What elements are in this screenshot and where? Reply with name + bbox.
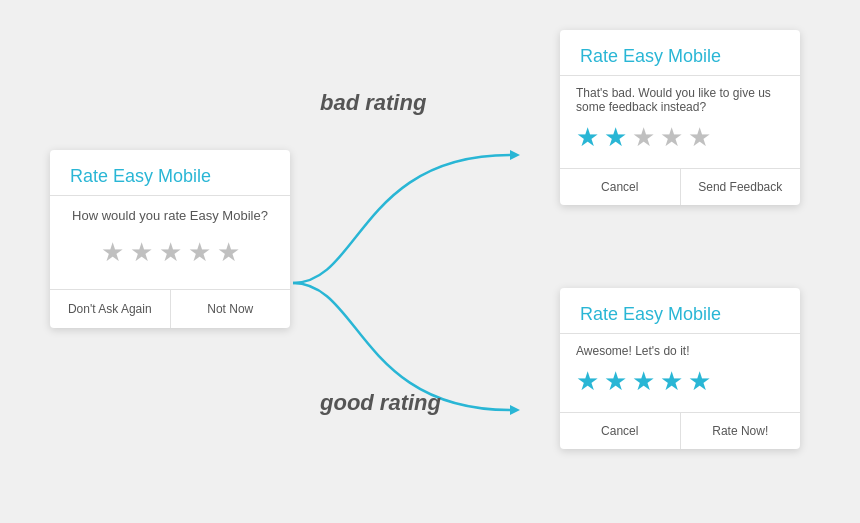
left-dialog-card: Rate Easy Mobile How would you rate Easy… [50,150,290,328]
left-card-buttons: Don't Ask Again Not Now [50,289,290,328]
main-container: bad rating good rating Rate Easy Mobile … [0,0,860,523]
good-star-1[interactable]: ★ [576,368,599,394]
left-card-question: How would you rate Easy Mobile? [50,204,290,233]
good-card-stars: ★ ★ ★ ★ ★ [576,368,784,394]
left-card-title: Rate Easy Mobile [50,150,290,196]
star-3[interactable]: ★ [159,239,182,265]
good-star-2[interactable]: ★ [604,368,627,394]
bad-star-1[interactable]: ★ [576,124,599,150]
good-card-buttons: Cancel Rate Now! [560,412,800,449]
svg-marker-1 [510,405,520,415]
bad-rating-label: bad rating [320,90,426,116]
bad-card-stars: ★ ★ ★ ★ ★ [576,124,784,150]
star-5[interactable]: ★ [217,239,240,265]
good-card-body: Awesome! Let's do it! ★ ★ ★ ★ ★ [560,334,800,412]
bad-card-text: That's bad. Would you like to give us so… [576,86,784,114]
bad-card-buttons: Cancel Send Feedback [560,168,800,205]
bad-star-2[interactable]: ★ [604,124,627,150]
bad-cancel-button[interactable]: Cancel [560,169,681,205]
bad-star-3[interactable]: ★ [632,124,655,150]
send-feedback-button[interactable]: Send Feedback [681,169,801,205]
good-card-text: Awesome! Let's do it! [576,344,784,358]
bad-card-title: Rate Easy Mobile [560,30,800,76]
svg-marker-0 [510,150,520,160]
bad-star-4[interactable]: ★ [660,124,683,150]
good-card-title: Rate Easy Mobile [560,288,800,334]
good-star-3[interactable]: ★ [632,368,655,394]
bad-card-body: That's bad. Would you like to give us so… [560,76,800,168]
good-star-5[interactable]: ★ [688,368,711,394]
good-star-4[interactable]: ★ [660,368,683,394]
dont-ask-again-button[interactable]: Don't Ask Again [50,290,171,328]
good-rating-dialog-card: Rate Easy Mobile Awesome! Let's do it! ★… [560,288,800,449]
bad-star-5[interactable]: ★ [688,124,711,150]
star-1[interactable]: ★ [101,239,124,265]
not-now-button[interactable]: Not Now [171,290,291,328]
good-rating-label: good rating [320,390,441,416]
rate-now-button[interactable]: Rate Now! [681,413,801,449]
star-2[interactable]: ★ [130,239,153,265]
left-card-stars: ★ ★ ★ ★ ★ [50,233,290,279]
bad-rating-dialog-card: Rate Easy Mobile That's bad. Would you l… [560,30,800,205]
star-4[interactable]: ★ [188,239,211,265]
good-cancel-button[interactable]: Cancel [560,413,681,449]
